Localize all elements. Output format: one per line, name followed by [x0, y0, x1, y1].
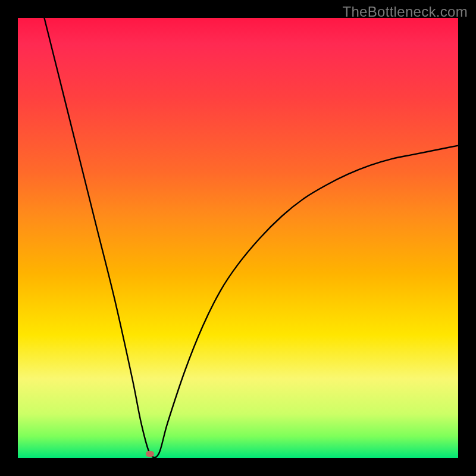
bottleneck-curve: [18, 18, 458, 458]
optimal-point-marker: [146, 451, 154, 457]
watermark-text: TheBottleneck.com: [342, 4, 468, 20]
plot-area: [18, 18, 458, 458]
chart-frame: TheBottleneck.com: [0, 0, 476, 476]
